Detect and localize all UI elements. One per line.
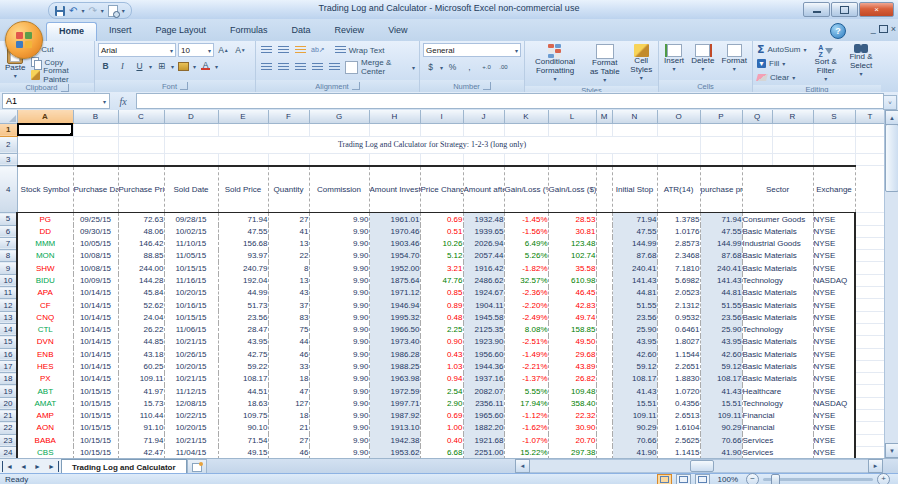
cell-qty[interactable]: 37 xyxy=(268,299,309,311)
empty-cell[interactable] xyxy=(268,153,309,166)
cell-gain_usd[interactable]: 102.74 xyxy=(548,250,596,262)
alignment-dialog-launcher[interactable] xyxy=(352,82,360,90)
empty-cell[interactable] xyxy=(855,385,885,397)
minimize-button[interactable] xyxy=(803,2,830,17)
cell-initial_stop[interactable]: 15.51 xyxy=(612,397,657,409)
cell-sector[interactable]: Financial xyxy=(742,410,813,422)
number-dialog-launcher[interactable] xyxy=(483,82,491,90)
empty-cell[interactable] xyxy=(855,434,885,446)
cell-symbol[interactable]: CBS xyxy=(17,446,73,458)
cell-purchase_price[interactable]: 15.73 xyxy=(118,397,164,409)
font-dialog-launcher[interactable] xyxy=(180,82,188,90)
cell-sold_date[interactable]: 10/21/15 xyxy=(164,434,218,446)
cell-after_comm[interactable]: 1882.20 xyxy=(463,422,504,434)
cell-sector[interactable]: Basic Materials xyxy=(742,299,813,311)
cell-commission[interactable]: 9.90 xyxy=(309,311,369,323)
zoom-slider-thumb[interactable] xyxy=(771,474,780,484)
cell-sold_date[interactable]: 10/16/15 xyxy=(164,299,218,311)
cell-sector[interactable]: Basic Materials xyxy=(742,225,813,237)
cell-gain_usd[interactable]: 46.45 xyxy=(548,287,596,299)
cell-symbol[interactable]: PG xyxy=(17,213,73,225)
cell-commission[interactable]: 9.90 xyxy=(309,336,369,348)
zoom-slider[interactable] xyxy=(763,478,873,481)
font-size-select[interactable]: 10▾ xyxy=(178,43,214,57)
cell-sold_date[interactable]: 12/08/15 xyxy=(164,397,218,409)
cell-after_comm[interactable]: 2486.62 xyxy=(463,274,504,286)
empty-cell[interactable] xyxy=(612,153,657,166)
cell-initial_stop[interactable]: 141.43 xyxy=(612,274,657,286)
cell-spacer[interactable] xyxy=(596,434,612,446)
cell-commission[interactable]: 9.90 xyxy=(309,287,369,299)
cell-spacer[interactable] xyxy=(596,274,612,286)
empty-cell[interactable] xyxy=(118,136,164,153)
row-header[interactable]: 3 xyxy=(0,153,17,166)
cell-purchase_price[interactable]: 110.44 xyxy=(118,410,164,422)
align-middle-icon[interactable] xyxy=(276,43,291,57)
decrease-decimal-icon[interactable]: .00 xyxy=(496,60,511,74)
cell-after_comm[interactable]: 1924.67 xyxy=(463,287,504,299)
cell-symbol[interactable]: HES xyxy=(17,360,73,372)
cell-pp_minus_halfatr[interactable]: 47.55 xyxy=(700,225,742,237)
column-header-M[interactable]: M xyxy=(596,110,612,123)
clipboard-dialog-launcher[interactable] xyxy=(61,84,69,92)
cell-symbol[interactable]: BABA xyxy=(17,434,73,446)
empty-cell[interactable] xyxy=(369,123,420,136)
cell-price_change[interactable]: 0.69 xyxy=(420,213,463,225)
cell-invested[interactable]: 1954.70 xyxy=(369,250,420,262)
cell-purchase_price[interactable]: 146.42 xyxy=(118,237,164,249)
help-icon[interactable]: ? xyxy=(830,23,846,39)
empty-cell[interactable] xyxy=(772,153,813,166)
column-header-B[interactable]: B xyxy=(73,110,118,123)
cell-sector[interactable]: Basic Materials xyxy=(742,287,813,299)
cell-sold_price[interactable]: 43.95 xyxy=(218,336,268,348)
empty-cell[interactable] xyxy=(813,153,855,166)
cell-pp_minus_halfatr[interactable]: 15.51 xyxy=(700,397,742,409)
cell-invested[interactable]: 1986.28 xyxy=(369,348,420,360)
cell-spacer[interactable] xyxy=(596,385,612,397)
scroll-up-icon[interactable]: ▲ xyxy=(885,110,898,125)
cell-spacer[interactable] xyxy=(596,213,612,225)
empty-cell[interactable] xyxy=(504,123,548,136)
shrink-font-button[interactable]: A▼ xyxy=(233,43,248,57)
tab-page-layout[interactable]: Page Layout xyxy=(144,22,219,41)
cell-exchange[interactable]: NYSE xyxy=(813,410,855,422)
cell-after_comm[interactable]: 1923.90 xyxy=(463,336,504,348)
empty-cell[interactable] xyxy=(855,153,885,166)
cell-atr[interactable]: 1.6104 xyxy=(657,422,700,434)
cell-sector[interactable]: Services xyxy=(742,446,813,458)
row-header[interactable]: 14 xyxy=(0,323,17,335)
cell-atr[interactable]: 1.0176 xyxy=(657,225,700,237)
empty-cell[interactable] xyxy=(855,299,885,311)
row-header[interactable]: 5 xyxy=(0,213,17,225)
cell-invested[interactable]: 1913.10 xyxy=(369,422,420,434)
cell-atr[interactable]: 2.6513 xyxy=(657,410,700,422)
cell-sold_price[interactable]: 47.55 xyxy=(218,225,268,237)
cell-styles-button[interactable]: Cell Styles▾ xyxy=(628,43,655,82)
prev-sheet-icon[interactable]: ◄ xyxy=(17,461,30,472)
cell-after_comm[interactable]: 1916.42 xyxy=(463,262,504,274)
cell-gain_pct[interactable]: -1.49% xyxy=(504,348,548,360)
formula-input[interactable] xyxy=(136,93,884,109)
cell-initial_stop[interactable]: 144.99 xyxy=(612,237,657,249)
empty-cell[interactable] xyxy=(855,166,885,213)
cell-symbol[interactable]: BIDU xyxy=(17,274,73,286)
empty-cell[interactable] xyxy=(855,422,885,434)
cell-sold_price[interactable]: 18.63 xyxy=(218,397,268,409)
cell-exchange[interactable]: NYSE xyxy=(813,348,855,360)
cell-sold_date[interactable]: 11/04/15 xyxy=(164,446,218,458)
cell-after_comm[interactable]: 1956.60 xyxy=(463,348,504,360)
cell-gain_usd[interactable]: 109.48 xyxy=(548,385,596,397)
cell-gain_pct[interactable]: 32.57% xyxy=(504,274,548,286)
cell-gain_pct[interactable]: -1.37% xyxy=(504,373,548,385)
cell-spacer[interactable] xyxy=(596,360,612,372)
cell-initial_stop[interactable]: 51.55 xyxy=(612,299,657,311)
cell-atr[interactable]: 0.9532 xyxy=(657,311,700,323)
cell-initial_stop[interactable]: 59.12 xyxy=(612,360,657,372)
zoom-level-label[interactable]: 100% xyxy=(718,475,738,484)
empty-cell[interactable] xyxy=(855,311,885,323)
empty-cell[interactable] xyxy=(855,410,885,422)
cell-purchase_price[interactable]: 44.85 xyxy=(118,336,164,348)
cell-after_comm[interactable]: 1965.60 xyxy=(463,410,504,422)
cell-invested[interactable]: 1973.40 xyxy=(369,336,420,348)
cell-sector[interactable]: Technology xyxy=(742,397,813,409)
